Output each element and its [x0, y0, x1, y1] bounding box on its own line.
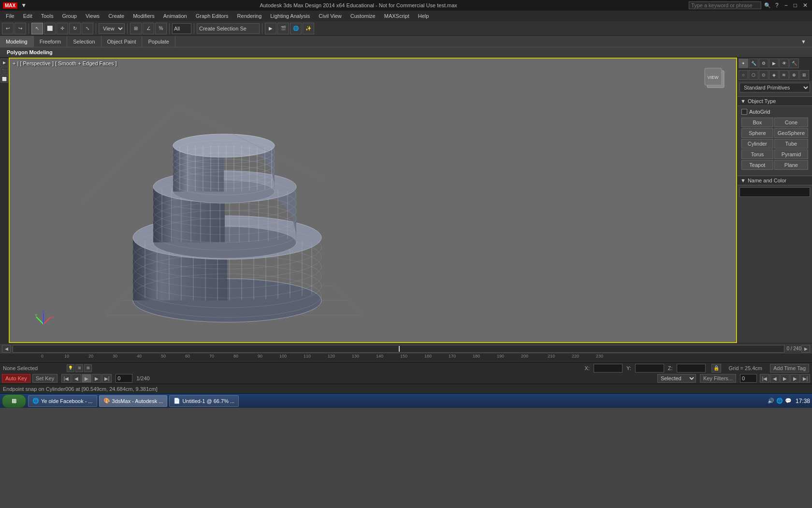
panel-icon-7[interactable]: ⊞ — [799, 70, 809, 80]
geosphere-button[interactable]: GeoSphere — [774, 128, 808, 138]
panel-icon-3[interactable]: ⊙ — [759, 70, 768, 80]
rotate-tool[interactable]: ↻ — [69, 23, 81, 34]
taskbar-btn-untitled[interactable]: 📄 Untitled-1 @ 66.7% ... — [169, 395, 239, 407]
name-input[interactable] — [740, 187, 810, 197]
primitives-dropdown[interactable]: Standard Primitives — [740, 83, 810, 92]
tube-button[interactable]: Tube — [774, 139, 808, 149]
object-type-header[interactable]: ▼ Object Type — [738, 96, 812, 106]
panel-icon-5[interactable]: ≋ — [779, 70, 789, 80]
menu-customize[interactable]: Customize — [347, 12, 379, 20]
coord-x-input[interactable] — [594, 364, 623, 373]
panel-tab-hierarchy[interactable]: ⚙ — [759, 59, 768, 68]
timeline-prev-btn[interactable]: ◀ — [2, 345, 11, 353]
menu-animation[interactable]: Animation — [160, 12, 191, 20]
taskbar-btn-3dsmax[interactable]: 🎨 3dsMax - Autodesk ... — [99, 395, 168, 407]
add-time-tag-btn[interactable]: Add Time Tag — [770, 364, 809, 373]
selection-input[interactable] — [172, 23, 191, 34]
render-btn[interactable]: ▶ — [265, 23, 276, 34]
go-end-btn-2[interactable]: ▶| — [800, 374, 810, 383]
play-btn[interactable]: ▶ — [82, 374, 91, 383]
panel-icon-4[interactable]: ◈ — [769, 70, 779, 80]
render-setup-btn[interactable]: 🎬 — [277, 23, 289, 34]
tab-modeling[interactable]: Modeling — [0, 36, 34, 47]
tab-object-paint[interactable]: Object Paint — [102, 36, 143, 47]
autogrid-checkbox[interactable] — [741, 109, 747, 115]
angle-snap[interactable]: ∠ — [143, 23, 154, 34]
menu-graph-editors[interactable]: Graph Editors — [192, 12, 232, 20]
sphere-button[interactable]: Sphere — [741, 128, 773, 138]
cone-button[interactable]: Cone — [774, 118, 808, 127]
coord-z-input[interactable] — [677, 364, 706, 373]
menu-modifiers[interactable]: Modifiers — [129, 12, 159, 20]
maximize-button[interactable]: □ — [792, 2, 798, 9]
prev-frame-btn-2[interactable]: ◀ — [770, 374, 780, 383]
box-button[interactable]: Box — [741, 118, 773, 127]
panel-icon-6[interactable]: ⊕ — [789, 70, 799, 80]
prev-frame-btn[interactable]: ◀ — [72, 374, 81, 383]
selected-dropdown[interactable]: Selected — [657, 374, 696, 383]
menu-rendering[interactable]: Rendering — [233, 12, 266, 20]
menu-file[interactable]: File — [2, 12, 18, 20]
frame-counter-input[interactable] — [740, 374, 757, 383]
auto-key-btn[interactable]: Auto Key — [2, 374, 30, 383]
effects-btn[interactable]: ✨ — [303, 23, 314, 34]
environment-btn[interactable]: 🌐 — [290, 23, 302, 34]
left-tool-2[interactable]: ⬜ — [0, 75, 8, 83]
ribbon-expand-btn[interactable]: ▼ — [795, 36, 812, 47]
lock-selection-btn[interactable]: 🔒 — [711, 364, 721, 373]
panel-icon-2[interactable]: ⬡ — [749, 70, 758, 80]
menu-file[interactable]: ▼ — [19, 2, 28, 9]
tab-selection[interactable]: Selection — [67, 36, 101, 47]
play-anim-btn[interactable]: ▶ — [0, 59, 8, 66]
view-dropdown[interactable]: View — [99, 23, 125, 34]
close-button[interactable]: ✕ — [801, 2, 809, 9]
scale-tool[interactable]: ⤡ — [82, 23, 93, 34]
torus-button[interactable]: Torus — [741, 149, 773, 159]
go-start-btn[interactable]: |◀ — [61, 374, 71, 383]
move-tool[interactable]: ✛ — [57, 23, 68, 34]
menu-tools[interactable]: Tools — [37, 12, 58, 20]
menu-help[interactable]: Help — [414, 12, 433, 20]
search-input[interactable] — [689, 1, 761, 9]
menu-maxscript[interactable]: MAXScript — [380, 12, 413, 20]
taskbar-btn-facebook[interactable]: 🌐 Ye olde Facebook - ... — [28, 395, 97, 407]
redo-button[interactable]: ↪ — [14, 23, 26, 34]
name-color-header[interactable]: ▼ Name and Color — [738, 176, 812, 185]
key-filters-btn[interactable]: Key Filters... — [700, 374, 736, 383]
timeline-next-btn[interactable]: ▶ — [801, 345, 810, 353]
cylinder-button[interactable]: Cylinder — [741, 139, 773, 149]
pyramid-button[interactable]: Pyramid — [774, 149, 808, 159]
menu-create[interactable]: Create — [104, 12, 128, 20]
viewport[interactable]: + | [ Perspective ] [ Smooth + Edged Fac… — [9, 58, 737, 343]
go-start-btn-2[interactable]: |◀ — [760, 374, 769, 383]
next-frame-btn[interactable]: ▶ — [92, 374, 102, 383]
panel-tab-utilities[interactable]: 🔨 — [789, 59, 799, 68]
frame-input[interactable] — [116, 374, 132, 383]
go-end-btn[interactable]: ▶| — [102, 374, 112, 383]
snap-toggle[interactable]: ⊞ — [130, 23, 142, 34]
select-region-tool[interactable]: ⬜ — [44, 23, 56, 34]
panel-tab-motion[interactable]: ▶ — [769, 59, 779, 68]
teapot-button[interactable]: Teapot — [741, 160, 773, 170]
menu-lighting[interactable]: Lighting Analysis — [266, 12, 314, 20]
panel-tab-modify[interactable]: 🔧 — [749, 59, 758, 68]
plane-button[interactable]: Plane — [774, 160, 808, 170]
panel-icon-1[interactable]: ○ — [739, 70, 748, 80]
menu-edit[interactable]: Edit — [19, 12, 36, 20]
start-button[interactable]: ⊞ — [2, 394, 26, 408]
coord-y-input[interactable] — [635, 364, 664, 373]
select-tool[interactable]: ↖ — [31, 23, 43, 34]
play-btn-2[interactable]: ▶ — [780, 374, 790, 383]
panel-tab-display[interactable]: 👁 — [779, 59, 789, 68]
status-icon-1[interactable]: 💡 — [67, 364, 74, 372]
timeline-slider[interactable] — [13, 345, 784, 353]
panel-tab-create[interactable]: ✦ — [739, 59, 748, 68]
tab-freeform[interactable]: Freeform — [34, 36, 68, 47]
menu-views[interactable]: Views — [82, 12, 103, 20]
create-selection-btn[interactable]: Create Selection Se — [197, 23, 260, 34]
status-icon-3[interactable]: ⊠ — [84, 364, 92, 372]
help-icon[interactable]: ? — [774, 2, 780, 9]
left-tool-1[interactable]: ⬛ — [0, 67, 8, 75]
menu-civil[interactable]: Civil View — [315, 12, 345, 20]
minimize-button[interactable]: − — [783, 2, 789, 9]
